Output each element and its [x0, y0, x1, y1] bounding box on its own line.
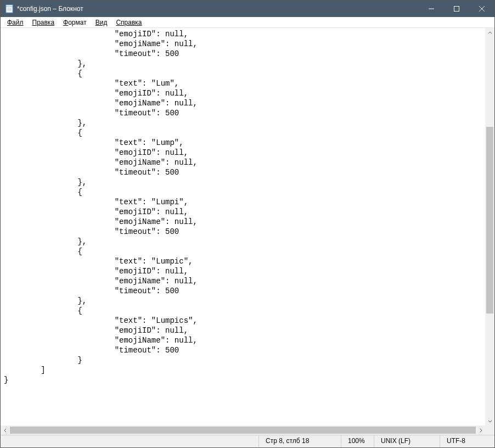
menu-edit[interactable]: Правка	[28, 18, 59, 27]
menu-view[interactable]: Вид	[91, 18, 112, 27]
minimize-button[interactable]	[419, 1, 444, 17]
statusbar: Стр 8, стлб 18 100% UNIX (LF) UTF-8	[1, 435, 494, 447]
menubar: Файл Правка Формат Вид Справка	[1, 17, 494, 28]
vertical-scroll-thumb[interactable]	[486, 127, 493, 313]
close-button[interactable]	[469, 1, 494, 17]
status-eol: UNIX (LF)	[374, 435, 440, 447]
editor-area: "emojiID": null, "emojiName": null, "tim…	[1, 28, 494, 435]
scroll-up-icon[interactable]	[485, 28, 494, 37]
menu-file[interactable]: Файл	[3, 18, 28, 27]
menu-format[interactable]: Формат	[59, 18, 91, 27]
text-editor[interactable]: "emojiID": null, "emojiName": null, "tim…	[1, 28, 485, 425]
svg-rect-0	[6, 5, 13, 13]
vertical-scrollbar[interactable]	[485, 28, 494, 425]
scroll-left-icon[interactable]	[1, 425, 10, 435]
scroll-right-icon[interactable]	[476, 425, 485, 435]
notepad-icon	[5, 4, 14, 13]
horizontal-scrollbar[interactable]	[1, 425, 485, 435]
editor-content[interactable]: "emojiID": null, "emojiName": null, "tim…	[4, 29, 485, 385]
horizontal-scroll-thumb[interactable]	[10, 427, 476, 434]
scroll-corner	[485, 425, 494, 435]
scroll-down-icon[interactable]	[485, 416, 494, 425]
status-position: Стр 8, стлб 18	[258, 435, 341, 447]
status-encoding: UTF-8	[440, 435, 494, 447]
menu-help[interactable]: Справка	[111, 18, 146, 27]
status-spacer	[1, 435, 258, 447]
svg-rect-6	[454, 7, 459, 12]
maximize-button[interactable]	[444, 1, 469, 17]
window-title: *config.json – Блокнот	[17, 5, 83, 13]
status-zoom: 100%	[341, 435, 374, 447]
titlebar: *config.json – Блокнот	[1, 1, 494, 17]
